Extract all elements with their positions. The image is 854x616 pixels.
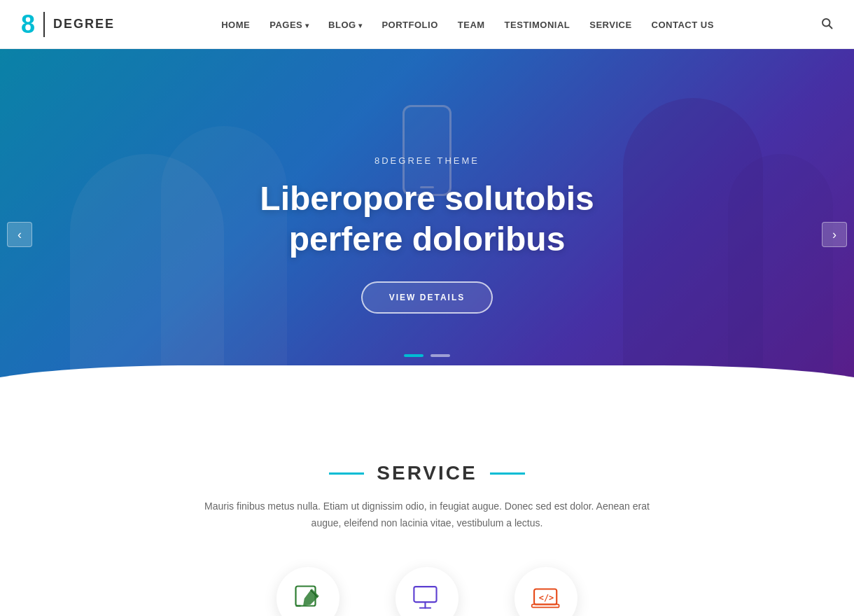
service-description: Mauris finibus metus nulla. Etiam ut dig… xyxy=(203,498,651,532)
hero-slider: ‹ 8DEGREE THEME Liberopore solutobis per… xyxy=(0,49,854,420)
nav-link-blog[interactable]: BLOG xyxy=(328,20,362,30)
svg-text:</>: </> xyxy=(539,592,554,602)
nav-item-service[interactable]: SERVICE xyxy=(589,18,631,31)
chevron-right-icon: › xyxy=(832,227,836,242)
nav-item-team[interactable]: TEAM xyxy=(458,18,485,31)
nav-item-testimonial[interactable]: TESTIMONIAL xyxy=(505,18,570,31)
nav-link-pages[interactable]: PAGES xyxy=(270,20,309,30)
service-section: SERVICE Mauris finibus metus nulla. Etia… xyxy=(0,420,854,616)
nav-link-service[interactable]: SERVICE xyxy=(589,20,631,30)
search-icon[interactable] xyxy=(820,17,833,32)
heading-line-right xyxy=(490,472,525,475)
hero-title: Liberopore solutobis perfere doloribus xyxy=(203,178,651,259)
nav-item-pages[interactable]: PAGES xyxy=(270,18,309,31)
service-heading: SERVICE xyxy=(377,462,477,484)
logo[interactable]: 8 DEGREE xyxy=(21,12,115,37)
slider-dot-1[interactable] xyxy=(404,354,424,357)
slider-dots xyxy=(404,354,450,357)
slider-next-button[interactable]: › xyxy=(822,222,847,247)
pencil-edit-icon xyxy=(293,584,323,613)
hero-subtitle: 8DEGREE THEME xyxy=(203,155,651,166)
nav-link-contact[interactable]: CONTACT US xyxy=(652,20,714,30)
nav-item-portfolio[interactable]: PORTFOLIO xyxy=(382,18,438,31)
service-item-monitor xyxy=(396,567,458,616)
view-details-button[interactable]: VIEW DETAILS xyxy=(361,281,493,314)
nav-link-testimonial[interactable]: TESTIMONIAL xyxy=(505,20,570,30)
code-laptop-icon: </> xyxy=(531,583,561,614)
code-icon-circle: </> xyxy=(514,567,578,616)
edit-icon-circle xyxy=(276,567,340,616)
nav-link-home[interactable]: HOME xyxy=(221,20,250,30)
slider-prev-button[interactable]: ‹ xyxy=(7,222,32,247)
service-heading-wrapper: SERVICE xyxy=(21,462,833,484)
monitor-icon-circle xyxy=(396,567,458,616)
logo-text: DEGREE xyxy=(53,17,115,31)
logo-eight: 8 xyxy=(21,12,35,37)
svg-rect-9 xyxy=(532,604,559,607)
monitor-icon xyxy=(412,583,442,614)
nav-item-home[interactable]: HOME xyxy=(221,18,250,31)
logo-divider xyxy=(43,12,45,37)
slider-dot-2[interactable] xyxy=(430,354,450,357)
nav-links: HOME PAGES BLOG PORTFOLIO TEAM TESTIMONI… xyxy=(221,18,714,31)
svg-point-0 xyxy=(822,19,830,27)
svg-rect-5 xyxy=(414,587,436,602)
chevron-left-icon: ‹ xyxy=(18,227,22,242)
svg-line-1 xyxy=(830,25,832,28)
service-item-edit xyxy=(276,567,340,616)
nav-link-portfolio[interactable]: PORTFOLIO xyxy=(382,20,438,30)
service-item-code: </> xyxy=(514,567,578,616)
nav-item-blog[interactable]: BLOG xyxy=(328,18,362,31)
navbar: 8 DEGREE HOME PAGES BLOG PORTFOLIO TEAM … xyxy=(0,0,854,49)
service-icons-row: </> xyxy=(21,567,833,616)
nav-item-contact[interactable]: CONTACT US xyxy=(652,18,714,31)
heading-line-left xyxy=(329,472,364,475)
hero-content: 8DEGREE THEME Liberopore solutobis perfe… xyxy=(203,155,651,314)
nav-link-team[interactable]: TEAM xyxy=(458,20,485,30)
